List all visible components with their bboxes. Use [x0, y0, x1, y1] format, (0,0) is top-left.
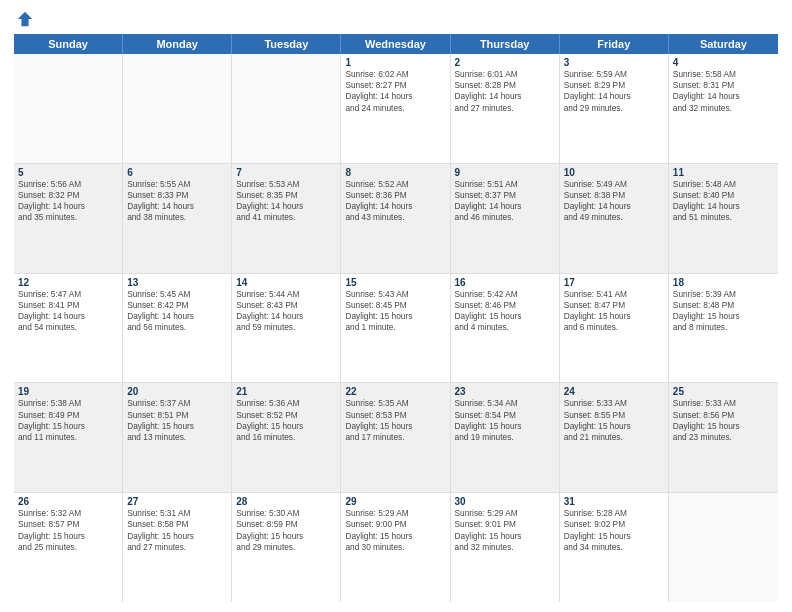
- day-number: 10: [564, 167, 664, 178]
- day-number: 13: [127, 277, 227, 288]
- day-number: 5: [18, 167, 118, 178]
- calendar-cell: 23Sunrise: 5:34 AM Sunset: 8:54 PM Dayli…: [451, 383, 560, 492]
- calendar-cell: [14, 54, 123, 163]
- day-info: Sunrise: 5:44 AM Sunset: 8:43 PM Dayligh…: [236, 289, 336, 334]
- header: [14, 10, 778, 28]
- day-info: Sunrise: 5:33 AM Sunset: 8:56 PM Dayligh…: [673, 398, 774, 443]
- day-info: Sunrise: 5:28 AM Sunset: 9:02 PM Dayligh…: [564, 508, 664, 553]
- calendar-cell: 8Sunrise: 5:52 AM Sunset: 8:36 PM Daylig…: [341, 164, 450, 273]
- day-number: 27: [127, 496, 227, 507]
- day-number: 31: [564, 496, 664, 507]
- day-number: 11: [673, 167, 774, 178]
- day-info: Sunrise: 5:43 AM Sunset: 8:45 PM Dayligh…: [345, 289, 445, 334]
- calendar-cell: 1Sunrise: 6:02 AM Sunset: 8:27 PM Daylig…: [341, 54, 450, 163]
- day-info: Sunrise: 5:41 AM Sunset: 8:47 PM Dayligh…: [564, 289, 664, 334]
- calendar-cell: 4Sunrise: 5:58 AM Sunset: 8:31 PM Daylig…: [669, 54, 778, 163]
- day-number: 20: [127, 386, 227, 397]
- day-info: Sunrise: 5:47 AM Sunset: 8:41 PM Dayligh…: [18, 289, 118, 334]
- day-info: Sunrise: 5:32 AM Sunset: 8:57 PM Dayligh…: [18, 508, 118, 553]
- calendar-row: 12Sunrise: 5:47 AM Sunset: 8:41 PM Dayli…: [14, 274, 778, 384]
- calendar-cell: 31Sunrise: 5:28 AM Sunset: 9:02 PM Dayli…: [560, 493, 669, 602]
- day-info: Sunrise: 5:33 AM Sunset: 8:55 PM Dayligh…: [564, 398, 664, 443]
- calendar-cell: 26Sunrise: 5:32 AM Sunset: 8:57 PM Dayli…: [14, 493, 123, 602]
- day-info: Sunrise: 5:58 AM Sunset: 8:31 PM Dayligh…: [673, 69, 774, 114]
- logo-icon: [16, 10, 34, 28]
- day-number: 26: [18, 496, 118, 507]
- calendar-row: 26Sunrise: 5:32 AM Sunset: 8:57 PM Dayli…: [14, 493, 778, 602]
- calendar-cell: 9Sunrise: 5:51 AM Sunset: 8:37 PM Daylig…: [451, 164, 560, 273]
- weekday-header: Saturday: [669, 34, 778, 54]
- calendar-cell: 25Sunrise: 5:33 AM Sunset: 8:56 PM Dayli…: [669, 383, 778, 492]
- day-number: 22: [345, 386, 445, 397]
- day-number: 30: [455, 496, 555, 507]
- day-info: Sunrise: 5:55 AM Sunset: 8:33 PM Dayligh…: [127, 179, 227, 224]
- day-number: 29: [345, 496, 445, 507]
- day-number: 21: [236, 386, 336, 397]
- day-info: Sunrise: 5:34 AM Sunset: 8:54 PM Dayligh…: [455, 398, 555, 443]
- day-info: Sunrise: 5:51 AM Sunset: 8:37 PM Dayligh…: [455, 179, 555, 224]
- calendar-cell: 29Sunrise: 5:29 AM Sunset: 9:00 PM Dayli…: [341, 493, 450, 602]
- day-number: 9: [455, 167, 555, 178]
- calendar-cell: 14Sunrise: 5:44 AM Sunset: 8:43 PM Dayli…: [232, 274, 341, 383]
- page: SundayMondayTuesdayWednesdayThursdayFrid…: [0, 0, 792, 612]
- day-number: 3: [564, 57, 664, 68]
- day-info: Sunrise: 5:36 AM Sunset: 8:52 PM Dayligh…: [236, 398, 336, 443]
- day-number: 8: [345, 167, 445, 178]
- day-number: 28: [236, 496, 336, 507]
- day-number: 24: [564, 386, 664, 397]
- day-info: Sunrise: 5:30 AM Sunset: 8:59 PM Dayligh…: [236, 508, 336, 553]
- day-info: Sunrise: 5:49 AM Sunset: 8:38 PM Dayligh…: [564, 179, 664, 224]
- calendar-cell: 16Sunrise: 5:42 AM Sunset: 8:46 PM Dayli…: [451, 274, 560, 383]
- day-number: 12: [18, 277, 118, 288]
- calendar-cell: [123, 54, 232, 163]
- calendar-cell: 20Sunrise: 5:37 AM Sunset: 8:51 PM Dayli…: [123, 383, 232, 492]
- calendar-cell: 3Sunrise: 5:59 AM Sunset: 8:29 PM Daylig…: [560, 54, 669, 163]
- calendar-cell: 12Sunrise: 5:47 AM Sunset: 8:41 PM Dayli…: [14, 274, 123, 383]
- calendar-cell: 6Sunrise: 5:55 AM Sunset: 8:33 PM Daylig…: [123, 164, 232, 273]
- calendar-body: 1Sunrise: 6:02 AM Sunset: 8:27 PM Daylig…: [14, 54, 778, 602]
- calendar-cell: 13Sunrise: 5:45 AM Sunset: 8:42 PM Dayli…: [123, 274, 232, 383]
- day-info: Sunrise: 5:37 AM Sunset: 8:51 PM Dayligh…: [127, 398, 227, 443]
- logo: [14, 10, 34, 28]
- calendar-cell: 27Sunrise: 5:31 AM Sunset: 8:58 PM Dayli…: [123, 493, 232, 602]
- day-number: 23: [455, 386, 555, 397]
- calendar-cell: [232, 54, 341, 163]
- weekday-header: Sunday: [14, 34, 123, 54]
- calendar-cell: 18Sunrise: 5:39 AM Sunset: 8:48 PM Dayli…: [669, 274, 778, 383]
- calendar-row: 1Sunrise: 6:02 AM Sunset: 8:27 PM Daylig…: [14, 54, 778, 164]
- calendar-cell: 5Sunrise: 5:56 AM Sunset: 8:32 PM Daylig…: [14, 164, 123, 273]
- day-number: 7: [236, 167, 336, 178]
- calendar-cell: 19Sunrise: 5:38 AM Sunset: 8:49 PM Dayli…: [14, 383, 123, 492]
- svg-marker-0: [18, 12, 32, 26]
- day-number: 1: [345, 57, 445, 68]
- day-info: Sunrise: 5:52 AM Sunset: 8:36 PM Dayligh…: [345, 179, 445, 224]
- calendar-row: 5Sunrise: 5:56 AM Sunset: 8:32 PM Daylig…: [14, 164, 778, 274]
- day-info: Sunrise: 5:56 AM Sunset: 8:32 PM Dayligh…: [18, 179, 118, 224]
- calendar-cell: 7Sunrise: 5:53 AM Sunset: 8:35 PM Daylig…: [232, 164, 341, 273]
- day-info: Sunrise: 5:42 AM Sunset: 8:46 PM Dayligh…: [455, 289, 555, 334]
- day-info: Sunrise: 5:35 AM Sunset: 8:53 PM Dayligh…: [345, 398, 445, 443]
- day-number: 25: [673, 386, 774, 397]
- weekday-header: Wednesday: [341, 34, 450, 54]
- calendar-cell: 11Sunrise: 5:48 AM Sunset: 8:40 PM Dayli…: [669, 164, 778, 273]
- calendar-cell: 10Sunrise: 5:49 AM Sunset: 8:38 PM Dayli…: [560, 164, 669, 273]
- weekday-header: Friday: [560, 34, 669, 54]
- day-number: 17: [564, 277, 664, 288]
- day-number: 14: [236, 277, 336, 288]
- day-number: 15: [345, 277, 445, 288]
- weekday-header: Monday: [123, 34, 232, 54]
- day-number: 16: [455, 277, 555, 288]
- day-number: 19: [18, 386, 118, 397]
- calendar-cell: 22Sunrise: 5:35 AM Sunset: 8:53 PM Dayli…: [341, 383, 450, 492]
- day-info: Sunrise: 5:45 AM Sunset: 8:42 PM Dayligh…: [127, 289, 227, 334]
- day-info: Sunrise: 6:02 AM Sunset: 8:27 PM Dayligh…: [345, 69, 445, 114]
- day-info: Sunrise: 6:01 AM Sunset: 8:28 PM Dayligh…: [455, 69, 555, 114]
- calendar-cell: 24Sunrise: 5:33 AM Sunset: 8:55 PM Dayli…: [560, 383, 669, 492]
- calendar-cell: 17Sunrise: 5:41 AM Sunset: 8:47 PM Dayli…: [560, 274, 669, 383]
- weekday-header: Thursday: [451, 34, 560, 54]
- day-number: 4: [673, 57, 774, 68]
- calendar-cell: 28Sunrise: 5:30 AM Sunset: 8:59 PM Dayli…: [232, 493, 341, 602]
- day-info: Sunrise: 5:53 AM Sunset: 8:35 PM Dayligh…: [236, 179, 336, 224]
- day-number: 2: [455, 57, 555, 68]
- day-info: Sunrise: 5:29 AM Sunset: 9:00 PM Dayligh…: [345, 508, 445, 553]
